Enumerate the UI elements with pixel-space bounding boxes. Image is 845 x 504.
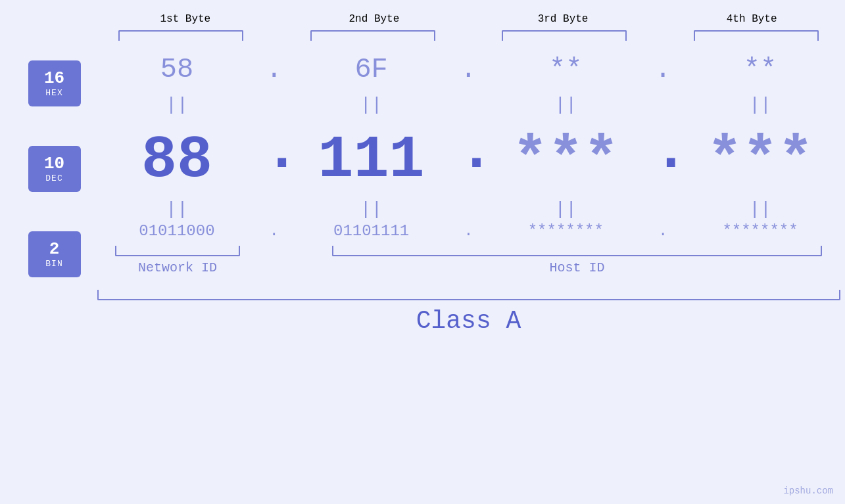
hex-row: 58 . 6F . ** . ** bbox=[97, 54, 840, 85]
id-labels-row: Network ID Host ID bbox=[97, 260, 840, 275]
byte2-label: 2nd Byte bbox=[349, 13, 400, 25]
bin-badge: 2 BIN bbox=[28, 231, 81, 277]
bin-badge-label: BIN bbox=[45, 259, 62, 269]
hex-dot2: . bbox=[460, 54, 477, 85]
bin-dot2: . bbox=[464, 222, 473, 240]
equals-1-b3: || bbox=[554, 95, 577, 115]
dec-b3: *** bbox=[512, 127, 619, 194]
byte3-label: 3rd Byte bbox=[538, 13, 589, 25]
bin-b2: 01101111 bbox=[333, 222, 409, 240]
byte4-label: 4th Byte bbox=[727, 13, 777, 25]
values-grid: 58 . 6F . ** . ** || || || || 88 bbox=[97, 47, 840, 335]
equals-1-b1: || bbox=[166, 95, 188, 115]
bottom-bracket-area bbox=[97, 246, 840, 256]
equals-2-b4: || bbox=[749, 199, 771, 219]
dec-dot2: . bbox=[458, 118, 494, 185]
hex-dot3: . bbox=[655, 54, 671, 85]
bin-dot3: . bbox=[658, 222, 667, 240]
content-area: 16 HEX 10 DEC 2 BIN 58 . 6F . ** . ** bbox=[12, 47, 840, 335]
hex-badge-num: 16 bbox=[44, 69, 64, 88]
byte4-header: 4th Byte bbox=[679, 13, 824, 25]
main-container: 1st Byte 2nd Byte 3rd Byte 4th Byte 16 H… bbox=[0, 0, 845, 504]
top-bracket-row bbox=[107, 30, 831, 41]
class-label: Class A bbox=[97, 307, 840, 335]
byte3-header: 3rd Byte bbox=[491, 13, 635, 25]
dec-badge: 10 DEC bbox=[28, 146, 81, 192]
dec-badge-num: 10 bbox=[44, 154, 64, 173]
hex-b2: 6F bbox=[354, 54, 387, 85]
hex-dot1: . bbox=[266, 54, 282, 85]
dec-b4: *** bbox=[707, 127, 813, 194]
bin-b4: ******** bbox=[722, 222, 798, 240]
badges-column: 16 HEX 10 DEC 2 BIN bbox=[12, 47, 97, 277]
equals-row-2: || || || || bbox=[97, 199, 840, 219]
bin-b3: ******** bbox=[528, 222, 604, 240]
equals-2-b2: || bbox=[360, 199, 383, 219]
bottom-bracket-host bbox=[332, 246, 822, 256]
bin-row: 01011000 . 01101111 . ******** . *******… bbox=[97, 222, 840, 240]
dec-dot3: . bbox=[653, 118, 688, 185]
top-bracket-2 bbox=[310, 30, 435, 41]
host-id-label: Host ID bbox=[549, 260, 604, 275]
bin-dot1: . bbox=[270, 222, 279, 240]
top-bracket-1 bbox=[118, 30, 243, 41]
bin-b1: 01011000 bbox=[139, 222, 214, 240]
hex-b4: ** bbox=[744, 54, 777, 85]
full-bottom-bracket bbox=[97, 290, 840, 300]
hex-b1: 58 bbox=[160, 54, 193, 85]
dec-b2: 111 bbox=[318, 127, 425, 194]
dec-dot1: . bbox=[264, 118, 300, 185]
watermark: ipshu.com bbox=[783, 486, 833, 496]
byte2-header: 2nd Byte bbox=[302, 13, 447, 25]
equals-1-b2: || bbox=[360, 95, 383, 115]
network-id-label: Network ID bbox=[138, 260, 217, 275]
bin-badge-num: 2 bbox=[49, 240, 60, 259]
equals-2-b1: || bbox=[166, 199, 188, 219]
byte1-label: 1st Byte bbox=[160, 13, 210, 25]
hex-badge-label: HEX bbox=[45, 88, 62, 98]
equals-1-b4: || bbox=[749, 95, 771, 115]
hex-b3: ** bbox=[549, 54, 582, 85]
bottom-bracket-network bbox=[115, 246, 240, 256]
equals-row-1: || || || || bbox=[97, 95, 840, 115]
hex-badge: 16 HEX bbox=[28, 60, 81, 106]
top-bracket-3 bbox=[502, 30, 627, 41]
dec-row: 88 . 111 . *** . *** bbox=[97, 118, 840, 190]
dec-b1: 88 bbox=[141, 127, 212, 194]
top-bracket-4 bbox=[694, 30, 819, 41]
equals-2-b3: || bbox=[554, 199, 577, 219]
byte1-header: 1st Byte bbox=[113, 13, 258, 25]
dec-badge-label: DEC bbox=[45, 173, 62, 183]
byte-headers: 1st Byte 2nd Byte 3rd Byte 4th Byte bbox=[107, 13, 831, 25]
